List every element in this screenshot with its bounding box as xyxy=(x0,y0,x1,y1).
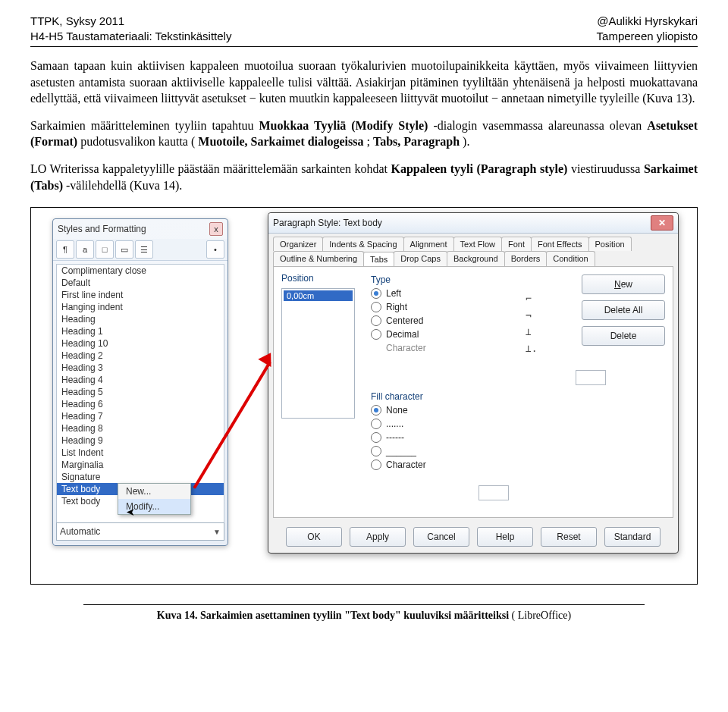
ps-fill-character[interactable]: Character xyxy=(371,460,538,470)
ps-position-value[interactable]: 0,00cm xyxy=(284,290,353,301)
sf-style-item[interactable]: First line indent xyxy=(57,289,224,301)
ps-type-label: Type xyxy=(371,274,515,285)
sf-style-item[interactable]: Default xyxy=(57,277,224,289)
ps-type-decimal[interactable]: Decimal xyxy=(371,329,515,340)
sf-style-item[interactable]: Heading 8 xyxy=(57,422,224,434)
ps-type-character-input[interactable] xyxy=(576,370,606,385)
ps-fill-dots[interactable]: ....... xyxy=(371,419,538,429)
ps-type-character-label: Character xyxy=(386,343,515,353)
p2-bold3: Muotoile, Sarkaimet dialogeissa xyxy=(198,135,363,148)
close-icon[interactable]: x xyxy=(209,222,223,236)
sf-style-item[interactable]: Heading 6 xyxy=(57,398,224,410)
sf-style-item[interactable]: Heading 3 xyxy=(57,362,224,374)
ps-fill-none-label: None xyxy=(386,405,408,416)
delete-button[interactable]: Delete xyxy=(582,326,665,346)
sf-tool-page-icon[interactable]: ▭ xyxy=(115,240,133,259)
header-course: TTPK, Syksy 2011 xyxy=(30,14,231,29)
tabstop-right-icon: ¬ xyxy=(526,306,547,323)
p2-text: Sarkaimien määritteleminen tyyliin tapah… xyxy=(30,119,259,132)
ps-type-right[interactable]: Right xyxy=(371,302,515,312)
header-left: TTPK, Syksy 2011 H4-H5 Taustamateriaali:… xyxy=(30,14,231,43)
sf-style-item[interactable]: Complimentary close xyxy=(57,265,224,277)
ctx-new[interactable]: New... xyxy=(118,484,190,499)
header-author: @Aulikki Hyrskykari xyxy=(597,14,698,29)
ps-tabrow-1: OrganizerIndents & SpacingAlignmentText … xyxy=(273,237,673,251)
standard-button[interactable]: Standard xyxy=(604,527,661,547)
p2-text5: ). xyxy=(463,135,469,148)
ps-fill-dots-label: ....... xyxy=(386,419,403,429)
p3-text2: viestiruudussa xyxy=(571,162,644,175)
tab-background[interactable]: Background xyxy=(447,251,505,266)
document-page: TTPK, Syksy 2011 H4-H5 Taustamateriaali:… xyxy=(0,0,728,645)
header-right: @Aulikki Hyrskykari Tampereen yliopisto xyxy=(597,14,698,43)
sf-tool-paragraph-icon[interactable]: ¶ xyxy=(56,240,74,259)
sf-toolbar: ¶ a □ ▭ ☰ • xyxy=(53,239,228,261)
ps-tabs: OrganizerIndents & SpacingAlignmentText … xyxy=(268,234,678,266)
chevron-down-icon: ▼ xyxy=(213,528,221,536)
radio-selected-icon xyxy=(371,405,381,416)
ps-window-buttons: ✕ xyxy=(651,215,673,231)
tab-borders[interactable]: Borders xyxy=(504,251,548,266)
ps-fill-none[interactable]: None xyxy=(371,405,538,416)
sf-style-item[interactable]: Heading xyxy=(57,313,224,325)
ps-position-list[interactable]: 0,00cm xyxy=(281,288,355,419)
tabstop-left-icon: ⌐ xyxy=(526,290,547,306)
tab-position[interactable]: Position xyxy=(588,237,632,251)
ps-bottom-buttons: OK Apply Cancel Help Reset Standard xyxy=(268,527,678,547)
sf-style-item[interactable]: Heading 4 xyxy=(57,374,224,386)
p2-bold1: Muokkaa Tyyliä (Modify Style) xyxy=(259,119,428,132)
new-button[interactable]: New xyxy=(582,274,665,294)
ps-fill-unders[interactable]: ______ xyxy=(371,446,538,456)
p2-text3: pudotusvalikon kautta ( xyxy=(80,135,195,148)
tab-condition[interactable]: Condition xyxy=(546,251,595,266)
paragraph-style-dialog: Paragraph Style: Text body ✕ OrganizerIn… xyxy=(268,212,679,554)
sf-style-item[interactable]: Heading 10 xyxy=(57,337,224,350)
sf-style-item[interactable]: List Indent xyxy=(57,447,224,459)
caption-note: ( LibreOffice) xyxy=(512,610,572,621)
cancel-button[interactable]: Cancel xyxy=(413,527,469,547)
sf-style-item[interactable]: Heading 2 xyxy=(57,350,224,362)
tab-font-effects[interactable]: Font Effects xyxy=(531,237,589,251)
radio-selected-icon xyxy=(371,288,381,299)
close-icon[interactable]: ✕ xyxy=(651,215,673,231)
ps-position-label: Position xyxy=(281,273,314,284)
tab-alignment[interactable]: Alignment xyxy=(403,237,454,251)
tab-tabs[interactable]: Tabs xyxy=(363,252,394,267)
tab-indents-spacing[interactable]: Indents & Spacing xyxy=(322,237,403,251)
sf-tool-list-icon[interactable]: ☰ xyxy=(135,240,153,259)
ps-fill-character-input[interactable] xyxy=(479,485,509,500)
sf-tool-fill-icon[interactable]: • xyxy=(206,240,224,259)
ps-titlebar[interactable]: Paragraph Style: Text body ✕ xyxy=(268,213,678,234)
ps-type-centered[interactable]: Centered xyxy=(371,315,515,326)
tab-outline-numbering[interactable]: Outline & Numbering xyxy=(273,251,364,266)
radio-icon xyxy=(371,329,381,340)
apply-button[interactable]: Apply xyxy=(350,527,406,547)
sf-title-text: Styles and Formatting xyxy=(58,224,146,234)
sf-tool-character-icon[interactable]: a xyxy=(76,240,94,259)
sf-style-item[interactable]: Heading 5 xyxy=(57,386,224,398)
cursor-icon: ➤ xyxy=(126,506,135,518)
ps-tabrow-2: Outline & NumberingTabsDrop CapsBackgrou… xyxy=(273,251,673,266)
sf-filter-combo[interactable]: Automatic ▼ xyxy=(56,522,224,541)
help-button[interactable]: Help xyxy=(477,527,533,547)
sf-tool-frame-icon[interactable]: □ xyxy=(96,240,114,259)
sf-style-item[interactable]: Heading 7 xyxy=(57,410,224,422)
tab-drop-caps[interactable]: Drop Caps xyxy=(394,251,447,266)
paragraph-1: Samaan tapaan kuin aktiivisen kappaleen … xyxy=(30,58,698,107)
radio-icon xyxy=(371,446,381,456)
delete-all-button[interactable]: Delete All xyxy=(582,300,665,320)
sf-style-item[interactable]: Heading 9 xyxy=(57,434,224,447)
sf-style-item[interactable]: Marginalia xyxy=(57,459,224,471)
tab-organizer[interactable]: Organizer xyxy=(273,237,323,251)
header-university: Tampereen yliopisto xyxy=(597,29,698,44)
sf-titlebar[interactable]: Styles and Formatting x xyxy=(53,219,228,239)
ps-type-left[interactable]: Left xyxy=(371,288,515,299)
sf-style-item[interactable]: Hanging indent xyxy=(57,301,224,313)
ok-button[interactable]: OK xyxy=(286,527,342,547)
p2-text4: ; xyxy=(367,135,373,148)
tab-font[interactable]: Font xyxy=(501,237,532,251)
ps-fill-dashes[interactable]: ------ xyxy=(371,432,538,443)
sf-style-item[interactable]: Heading 1 xyxy=(57,325,224,337)
tab-text-flow[interactable]: Text Flow xyxy=(453,237,502,251)
reset-button[interactable]: Reset xyxy=(541,527,597,547)
